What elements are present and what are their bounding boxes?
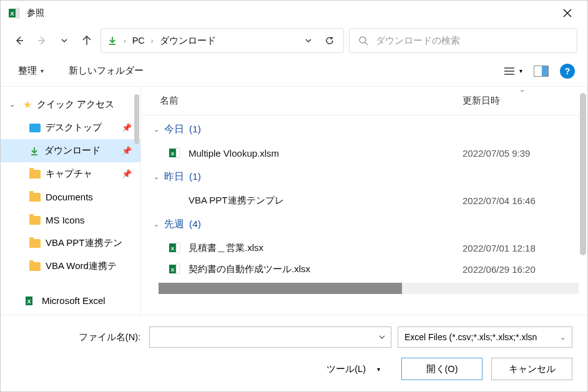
chevron-down-icon: ▾: [519, 67, 522, 74]
dialog-body: ⌄ ★ クイック アクセス デスクトップ 📌 ダウンロード 📌 キャプチャ 📌: [1, 87, 587, 315]
svg-rect-25: [176, 243, 180, 253]
footer: ファイル名(N): Excel Files (*.csv;*.xls;*.xls…: [1, 315, 587, 391]
sidebar-item-capture[interactable]: キャプチャ 📌: [1, 162, 140, 185]
svg-text:X: X: [10, 11, 14, 17]
group-today[interactable]: ⌄ 今日 (1): [150, 118, 587, 140]
svg-text:X: X: [171, 246, 175, 252]
window-title: 参照: [27, 7, 44, 19]
excel-file-icon: X: [169, 263, 181, 275]
close-button[interactable]: [555, 1, 580, 26]
filename-input[interactable]: [149, 326, 391, 348]
sidebar-item-desktop[interactable]: デスクトップ 📌: [1, 116, 140, 139]
group-lastweek[interactable]: ⌄ 先週 (4): [150, 213, 587, 235]
svg-point-12: [360, 37, 366, 43]
breadcrumb-pc[interactable]: PC: [132, 36, 145, 46]
sidebar-item-excel[interactable]: X Microsoft Excel: [1, 289, 140, 312]
column-date[interactable]: 更新日時: [463, 95, 587, 107]
toolbar: 整理 ▾ 新しいフォルダー ▾ ?: [1, 56, 587, 87]
horizontal-scrollbar[interactable]: [159, 283, 579, 294]
file-row[interactable]: X 見積書＿営業.xlsx 2022/07/01 12:18: [150, 235, 587, 260]
vertical-scrollbar[interactable]: [579, 93, 587, 268]
svg-rect-22: [176, 148, 180, 158]
sidebar-item-documents[interactable]: Documents: [1, 185, 140, 208]
sidebar-item-vbaword[interactable]: VBA Word連携テ: [1, 255, 140, 278]
chevron-down-icon: [378, 333, 386, 341]
nav-row: › PC › ダウンロード: [1, 26, 587, 56]
folder-icon: [29, 216, 41, 225]
file-open-dialog: X 参照 › PC › ダウンロード: [0, 0, 588, 392]
address-dropdown-button[interactable]: [301, 36, 316, 45]
excel-app-icon: X: [8, 7, 21, 19]
file-row[interactable]: X 契約書の自動作成ツール.xlsx 2022/06/29 16:20: [150, 260, 587, 278]
titlebar: X 参照: [1, 1, 587, 26]
sort-indicator-icon: ⌄: [519, 87, 525, 94]
sidebar-item-msicons[interactable]: MS Icons: [1, 208, 140, 232]
file-area: ⌄ 名前 更新日時 ⌄ 今日 (1) X Multiple Vlookup.xl…: [141, 87, 587, 315]
svg-rect-28: [176, 264, 180, 274]
preview-pane-button[interactable]: [534, 66, 549, 77]
help-button[interactable]: ?: [560, 64, 575, 79]
chevron-down-icon: ▾: [377, 366, 380, 373]
list-view-icon: [503, 66, 516, 76]
sidebar-item-vbappt[interactable]: VBA PPT連携テン: [1, 232, 140, 255]
chevron-down-icon: ⌄: [9, 100, 18, 109]
pin-icon: 📌: [122, 146, 132, 155]
chevron-down-icon: ⌄: [560, 333, 566, 341]
chevron-down-icon: ⌄: [154, 125, 159, 134]
svg-text:X: X: [171, 151, 175, 157]
open-button[interactable]: 開く(O): [401, 358, 483, 380]
chevron-down-icon: ▾: [41, 67, 44, 74]
column-name[interactable]: 名前: [160, 95, 463, 107]
excel-file-icon: X: [169, 242, 181, 254]
breadcrumb-downloads[interactable]: ダウンロード: [160, 35, 216, 47]
up-button[interactable]: [78, 32, 96, 49]
column-headers: ⌄ 名前 更新日時: [141, 87, 587, 115]
pin-icon: 📌: [122, 123, 132, 132]
chevron-down-icon: ⌄: [154, 220, 159, 228]
view-mode-button[interactable]: ▾: [503, 66, 522, 76]
file-row[interactable]: VBA PPT連携テンプレ 2022/07/04 16:46: [150, 188, 587, 213]
address-bar[interactable]: › PC › ダウンロード: [100, 28, 344, 53]
breadcrumb-sep-icon: ›: [124, 37, 126, 44]
file-filter-dropdown[interactable]: Excel Files (*.csv;*.xls;*.xlsx;*.xlsn ⌄: [398, 326, 572, 348]
folder-icon: [169, 194, 181, 207]
recent-locations-button[interactable]: [56, 32, 73, 49]
desktop-icon: [29, 124, 41, 132]
folder-icon: [29, 262, 41, 271]
folder-icon: [29, 239, 41, 248]
download-icon: [107, 36, 117, 46]
svg-text:X: X: [171, 267, 175, 273]
svg-text:X: X: [27, 298, 31, 304]
quick-access-root[interactable]: ⌄ ★ クイック アクセス: [1, 93, 140, 116]
refresh-button[interactable]: [322, 36, 337, 46]
organize-button[interactable]: 整理: [18, 65, 37, 77]
new-folder-button[interactable]: 新しいフォルダー: [69, 65, 144, 77]
search-box[interactable]: [349, 28, 577, 53]
sidebar-scrollbar[interactable]: [133, 87, 140, 315]
excel-icon: X: [26, 295, 37, 306]
file-list: ⌄ 今日 (1) X Multiple Vlookup.xlsm 2022/07…: [141, 115, 587, 315]
pin-icon: 📌: [122, 169, 132, 179]
sidebar-item-downloads[interactable]: ダウンロード 📌: [1, 139, 140, 162]
chevron-down-icon: ⌄: [154, 173, 159, 181]
star-icon: ★: [23, 99, 32, 110]
sidebar: ⌄ ★ クイック アクセス デスクトップ 📌 ダウンロード 📌 キャプチャ 📌: [1, 87, 141, 315]
file-row[interactable]: X Multiple Vlookup.xlsm 2022/07/05 9:39: [150, 140, 587, 165]
search-icon: [358, 36, 368, 46]
folder-icon: [29, 193, 41, 202]
group-yesterday[interactable]: ⌄ 昨日 (1): [150, 165, 587, 188]
tools-button[interactable]: ツール(L): [326, 363, 366, 375]
svg-line-13: [365, 42, 368, 45]
cancel-button[interactable]: キャンセル: [491, 358, 572, 380]
back-button[interactable]: [11, 32, 28, 49]
folder-icon: [29, 170, 41, 179]
forward-button[interactable]: [33, 32, 51, 49]
breadcrumb-sep-icon: ›: [151, 37, 154, 44]
filename-label: ファイル名(N):: [16, 331, 140, 343]
download-icon: [29, 146, 39, 156]
search-input[interactable]: [376, 36, 568, 46]
excel-file-icon: X: [169, 147, 181, 159]
